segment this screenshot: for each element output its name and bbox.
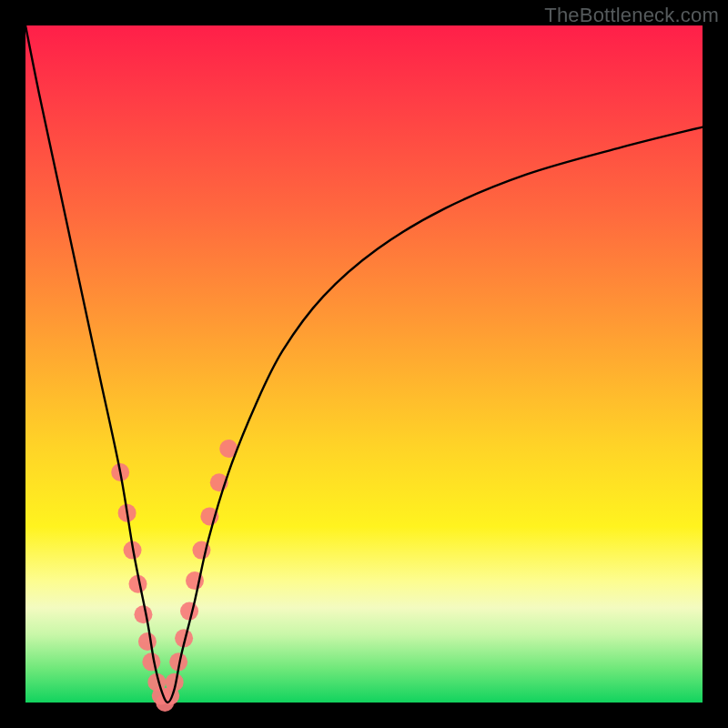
- marker-dot: [138, 632, 157, 651]
- chart-svg: [25, 25, 703, 703]
- watermark-text: TheBottleneck.com: [544, 4, 719, 27]
- chart-frame: TheBottleneck.com: [0, 0, 728, 728]
- marker-group: [111, 440, 238, 712]
- plot-area: [25, 25, 703, 703]
- marker-dot: [142, 652, 160, 671]
- marker-dot: [180, 602, 198, 621]
- marker-dot: [134, 605, 152, 623]
- bottleneck-curve: [25, 25, 703, 703]
